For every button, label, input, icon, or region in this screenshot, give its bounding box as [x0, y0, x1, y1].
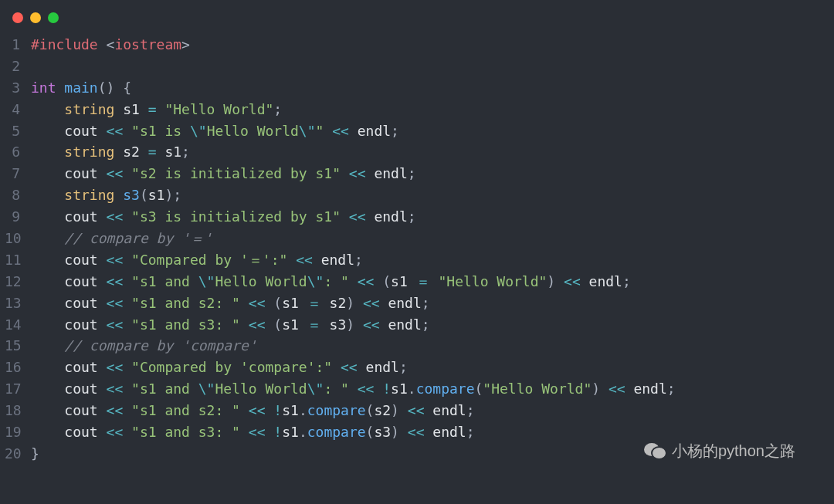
line-number: 13	[5, 293, 31, 314]
code-editor[interactable]: 1#include <iostream>2 3int main() {4 str…	[5, 34, 829, 465]
line-content[interactable]: cout << "s1 and \"Hello World\": " << (s…	[31, 271, 631, 293]
code-line[interactable]: 19 cout << "s1 and s3: " << !s1.compare(…	[5, 421, 829, 443]
code-line[interactable]: 10 // compare by '＝'	[5, 228, 829, 249]
code-line[interactable]: 13 cout << "s1 and s2: " << (s1 ＝ s2) <<…	[5, 293, 829, 314]
line-content[interactable]: string s3(s1);	[31, 184, 181, 206]
line-number: 20	[5, 443, 31, 465]
watermark-text: 小杨的python之路	[672, 441, 795, 462]
code-line[interactable]: 14 cout << "s1 and s3: " << (s1 ＝ s3) <<…	[5, 314, 829, 336]
line-content[interactable]: // compare by 'compare'	[31, 335, 257, 357]
close-icon[interactable]	[12, 12, 23, 23]
line-content[interactable]: cout << "s1 and \"Hello World\": " << !s…	[31, 378, 676, 400]
window-traffic-lights	[5, 9, 829, 34]
line-number: 3	[5, 77, 31, 99]
code-line[interactable]: 9 cout << "s3 is initialized by s1" << e…	[5, 206, 829, 228]
line-number: 19	[5, 421, 31, 443]
code-line[interactable]: 11 cout << "Compared by '＝':" << endl;	[5, 249, 829, 271]
line-number: 10	[5, 228, 31, 249]
line-content[interactable]: cout << "Compared by 'compare':" << endl…	[31, 357, 408, 378]
line-content[interactable]: int main() {	[31, 77, 131, 99]
code-line[interactable]: 16 cout << "Compared by 'compare':" << e…	[5, 357, 829, 378]
code-line[interactable]: 6 string s2 = s1;	[5, 141, 829, 163]
watermark: 小杨的python之路	[644, 441, 795, 462]
code-line[interactable]: 4 string s1 = "Hello World";	[5, 99, 829, 120]
line-number: 6	[5, 141, 31, 163]
line-number: 17	[5, 378, 31, 400]
minimize-icon[interactable]	[30, 12, 41, 23]
line-content[interactable]: cout << "s1 and s3: " << !s1.compare(s3)…	[31, 421, 475, 443]
line-content[interactable]: cout << "s2 is initialized by s1" << end…	[31, 163, 416, 184]
code-line[interactable]: 15 // compare by 'compare'	[5, 335, 829, 357]
line-number: 2	[5, 56, 31, 77]
line-content[interactable]: // compare by '＝'	[31, 228, 212, 249]
line-number: 4	[5, 99, 31, 120]
line-number: 7	[5, 163, 31, 184]
line-number: 5	[5, 120, 31, 142]
code-line[interactable]: 12 cout << "s1 and \"Hello World\": " <<…	[5, 271, 829, 293]
line-content[interactable]: cout << "s1 and s3: " << (s1 ＝ s3) << en…	[31, 314, 430, 336]
line-content[interactable]: cout << "s1 is \"Hello World\"" << endl;	[31, 120, 399, 142]
line-number: 9	[5, 206, 31, 228]
code-line[interactable]: 8 string s3(s1);	[5, 184, 829, 206]
code-line[interactable]: 7 cout << "s2 is initialized by s1" << e…	[5, 163, 829, 184]
line-number: 12	[5, 271, 31, 293]
line-content[interactable]: cout << "s1 and s2: " << (s1 ＝ s2) << en…	[31, 293, 430, 314]
line-number: 18	[5, 400, 31, 421]
code-line[interactable]: 3int main() {	[5, 77, 829, 99]
code-line[interactable]: 17 cout << "s1 and \"Hello World\": " <<…	[5, 378, 829, 400]
line-content[interactable]: #include <iostream>	[31, 34, 190, 56]
line-content[interactable]: cout << "Compared by '＝':" << endl;	[31, 249, 363, 271]
maximize-icon[interactable]	[48, 12, 59, 23]
line-content[interactable]	[31, 56, 39, 77]
code-line[interactable]: 2	[5, 56, 829, 77]
line-number: 16	[5, 357, 31, 378]
code-line[interactable]: 1#include <iostream>	[5, 34, 829, 56]
line-number: 8	[5, 184, 31, 206]
line-number: 11	[5, 249, 31, 271]
code-line[interactable]: 5 cout << "s1 is \"Hello World\"" << end…	[5, 120, 829, 142]
line-content[interactable]: cout << "s3 is initialized by s1" << end…	[31, 206, 416, 228]
line-number: 1	[5, 34, 31, 56]
line-content[interactable]: }	[31, 443, 39, 465]
line-content[interactable]: string s1 = "Hello World";	[31, 99, 282, 120]
code-line[interactable]: 18 cout << "s1 and s2: " << !s1.compare(…	[5, 400, 829, 421]
line-number: 14	[5, 314, 31, 336]
line-content[interactable]: string s2 = s1;	[31, 141, 190, 163]
line-number: 15	[5, 335, 31, 357]
line-content[interactable]: cout << "s1 and s2: " << !s1.compare(s2)…	[31, 400, 475, 421]
wechat-icon	[644, 441, 667, 462]
